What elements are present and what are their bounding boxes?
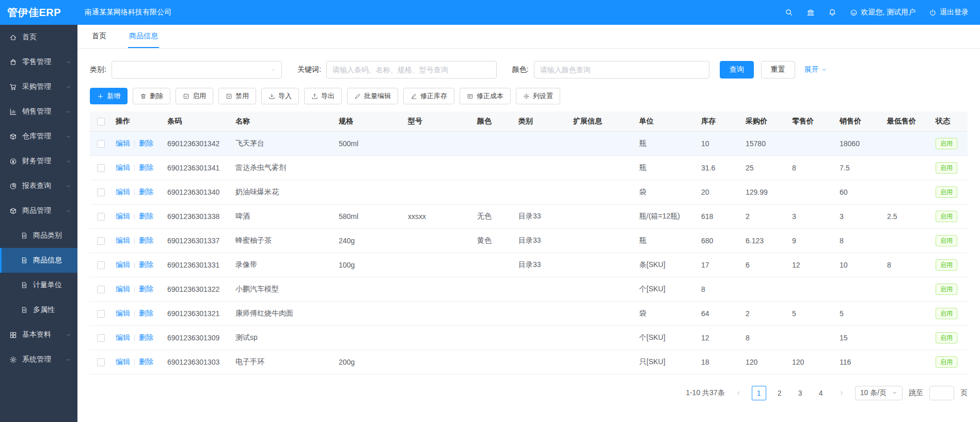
sidebar-item-report[interactable]: 报表查询 xyxy=(0,174,77,198)
edit-link[interactable]: 编辑 xyxy=(116,260,130,269)
row-checkbox[interactable] xyxy=(97,286,105,293)
sidebar-item-purchase[interactable]: 采购管理 xyxy=(0,74,77,99)
prev-page-button[interactable] xyxy=(731,386,746,400)
app-root: 管伊佳ERP 南通某某网络科技有限公司 欢迎您, 测试用户 退出登录 首页零售管… xyxy=(0,0,980,422)
cube-icon xyxy=(9,207,17,215)
tab-product-info[interactable]: 商品信息 xyxy=(128,25,159,48)
row-checkbox[interactable] xyxy=(97,334,105,342)
sidebar-item-home[interactable]: 首页 xyxy=(0,25,77,50)
select-all-checkbox[interactable] xyxy=(97,118,105,126)
sidebar-item-product-info[interactable]: 商品信息 xyxy=(0,248,77,273)
row-checkbox[interactable] xyxy=(97,213,105,221)
add-button[interactable]: 新增 xyxy=(90,88,128,104)
header-bell-button[interactable] xyxy=(828,8,836,17)
cell-name: 电子手环 xyxy=(231,350,335,374)
cell-stock: 10 xyxy=(697,131,741,155)
page-size-select[interactable]: 10 条/页 xyxy=(855,386,903,400)
cell-min xyxy=(883,228,931,253)
sidebar-item-product-category[interactable]: 商品类别 xyxy=(0,223,77,248)
edit-link[interactable]: 编辑 xyxy=(116,333,130,341)
fix-cost-button[interactable]: 修正成本 xyxy=(460,88,511,104)
sidebar-item-sales[interactable]: 销售管理 xyxy=(0,99,77,124)
app-logo[interactable]: 管伊佳ERP xyxy=(0,6,77,20)
delete-link[interactable]: 删除 xyxy=(139,139,153,147)
cell-category: 目录33 xyxy=(514,204,569,228)
sidebar-item-warehouse[interactable]: 仓库管理 xyxy=(0,124,77,149)
row-checkbox[interactable] xyxy=(97,310,105,318)
jump-page-input[interactable] xyxy=(929,386,954,400)
header-bank-button[interactable] xyxy=(807,8,815,17)
delete-link[interactable]: 删除 xyxy=(139,212,153,220)
edit-link[interactable]: 编辑 xyxy=(116,285,130,293)
chevron-down-icon xyxy=(66,134,71,139)
cell-stock: 12 xyxy=(697,325,741,350)
cell-sale: 15 xyxy=(835,325,883,350)
next-page-button[interactable] xyxy=(834,386,849,400)
page-1-button[interactable]: 1 xyxy=(752,386,766,400)
logout-button[interactable]: 退出登录 xyxy=(929,8,969,17)
divider xyxy=(134,262,135,268)
delete-button[interactable]: 删除 xyxy=(133,88,170,104)
tab-label: 首页 xyxy=(92,32,106,40)
edit-link[interactable]: 编辑 xyxy=(116,187,130,196)
sidebar-item-product[interactable]: 商品管理 xyxy=(0,198,77,223)
column-header: 类别 xyxy=(514,112,569,131)
delete-link[interactable]: 删除 xyxy=(139,260,153,269)
batch-edit-button[interactable]: 批量编辑 xyxy=(347,88,398,104)
category-select[interactable] xyxy=(112,61,282,79)
cell-name: 雷达杀虫气雾剂 xyxy=(231,155,335,180)
edit-link[interactable]: 编辑 xyxy=(116,236,130,244)
cell-actions: 编辑删除 xyxy=(112,350,163,374)
sidebar-item-label: 商品信息 xyxy=(33,256,62,265)
row-checkbox[interactable] xyxy=(97,358,105,366)
delete-link[interactable]: 删除 xyxy=(139,309,153,317)
import-button[interactable]: 导入 xyxy=(261,88,299,104)
sidebar-item-basic-data[interactable]: 基本资料 xyxy=(0,322,77,347)
sidebar-item-system[interactable]: 系统管理 xyxy=(0,347,77,372)
keyword-input[interactable] xyxy=(326,61,497,79)
row-checkbox[interactable] xyxy=(97,261,105,269)
user-welcome[interactable]: 欢迎您, 测试用户 xyxy=(850,8,915,17)
cell-name: 康师傅红烧牛肉面 xyxy=(231,301,335,325)
column-header: 零售价 xyxy=(788,112,835,131)
row-checkbox[interactable] xyxy=(97,140,105,148)
header-search-button[interactable] xyxy=(785,8,793,17)
color-input[interactable] xyxy=(534,61,709,79)
column-settings-button[interactable]: 列设置 xyxy=(516,88,560,104)
expand-link[interactable]: 展开 xyxy=(804,65,827,74)
tab-home[interactable]: 首页 xyxy=(91,25,107,48)
sidebar-item-retail[interactable]: 零售管理 xyxy=(0,50,77,74)
edit-link[interactable]: 编辑 xyxy=(116,212,130,220)
page-4-button[interactable]: 4 xyxy=(814,386,828,400)
export-button[interactable]: 导出 xyxy=(304,88,342,104)
search-button[interactable]: 查询 xyxy=(720,61,754,79)
sidebar-item-measure-unit[interactable]: 计量单位 xyxy=(0,273,77,298)
delete-link[interactable]: 删除 xyxy=(139,163,153,171)
row-checkbox[interactable] xyxy=(97,189,105,196)
row-checkbox[interactable] xyxy=(97,164,105,172)
enable-button[interactable]: 启用 xyxy=(176,88,213,104)
delete-link[interactable]: 删除 xyxy=(139,357,153,366)
sidebar-item-multi-attribute[interactable]: 多属性 xyxy=(0,298,77,322)
edit-link[interactable]: 编辑 xyxy=(116,309,130,317)
chart-icon xyxy=(9,108,17,116)
page-3-button[interactable]: 3 xyxy=(793,386,808,400)
page-2-button[interactable]: 2 xyxy=(772,386,787,400)
edit-link[interactable]: 编辑 xyxy=(116,163,130,171)
fix-stock-button[interactable]: 修正库存 xyxy=(403,88,454,104)
row-checkbox[interactable] xyxy=(97,237,105,245)
delete-link[interactable]: 删除 xyxy=(139,333,153,341)
cell-barcode: 6901236301342 xyxy=(163,131,231,155)
cell-model xyxy=(404,253,473,277)
cell-min: 2.5 xyxy=(883,204,931,228)
sidebar-item-finance[interactable]: 财务管理 xyxy=(0,149,77,174)
delete-link[interactable]: 删除 xyxy=(139,285,153,293)
reset-button[interactable]: 重置 xyxy=(761,61,795,79)
disable-button[interactable]: 禁用 xyxy=(218,88,256,104)
cell-sale: 10 xyxy=(835,253,883,277)
delete-link[interactable]: 删除 xyxy=(139,236,153,244)
delete-link[interactable]: 删除 xyxy=(139,187,153,196)
edit-link[interactable]: 编辑 xyxy=(116,139,130,147)
product-table: 操作条码名称规格型号颜色类别扩展信息单位库存采购价零售价销售价最低售价状态 编辑… xyxy=(90,112,968,374)
edit-link[interactable]: 编辑 xyxy=(116,357,130,366)
